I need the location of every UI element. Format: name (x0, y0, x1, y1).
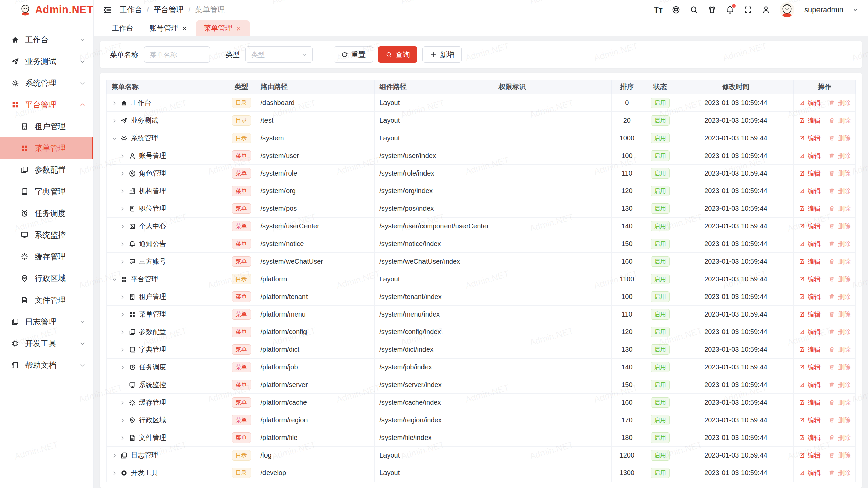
delete-button[interactable]: 删除 (829, 345, 851, 354)
tree-expand-icon[interactable] (120, 347, 125, 352)
close-icon[interactable] (182, 25, 188, 31)
delete-button[interactable]: 删除 (829, 222, 851, 231)
sidebar-item-系统监控[interactable]: 系统监控 (0, 224, 93, 246)
edit-button[interactable]: 编辑 (798, 469, 821, 477)
edit-button[interactable]: 编辑 (798, 151, 821, 160)
delete-button[interactable]: 删除 (829, 204, 851, 213)
delete-button[interactable]: 删除 (829, 310, 851, 319)
tab-菜单管理[interactable]: 菜单管理 (196, 20, 250, 36)
edit-button[interactable]: 编辑 (798, 222, 821, 231)
tree-expand-icon[interactable] (112, 452, 117, 458)
delete-button[interactable]: 删除 (829, 134, 851, 143)
user-avatar[interactable] (780, 2, 794, 17)
delete-button[interactable]: 删除 (829, 169, 851, 178)
tree-expand-icon[interactable] (120, 294, 125, 300)
sidebar-item-缓存管理[interactable]: 缓存管理 (0, 246, 93, 267)
edit-button[interactable]: 编辑 (798, 275, 821, 284)
delete-button[interactable]: 删除 (829, 116, 851, 125)
tab-账号管理[interactable]: 账号管理 (141, 20, 196, 36)
edit-button[interactable]: 编辑 (798, 240, 821, 248)
edit-button[interactable]: 编辑 (798, 451, 821, 460)
tree-expand-icon[interactable] (120, 400, 125, 405)
sidebar-item-帮助文档[interactable]: 帮助文档 (0, 354, 93, 376)
sidebar-item-开发工具[interactable]: 开发工具 (0, 332, 93, 354)
tree-expand-icon[interactable] (112, 100, 117, 106)
edit-button[interactable]: 编辑 (798, 204, 821, 213)
sidebar-item-菜单管理[interactable]: 菜单管理 (0, 137, 93, 159)
delete-button[interactable]: 删除 (829, 257, 851, 266)
delete-button[interactable]: 删除 (829, 99, 851, 107)
sidebar-item-任务调度[interactable]: 任务调度 (0, 202, 93, 224)
delete-button[interactable]: 删除 (829, 275, 851, 284)
edit-button[interactable]: 编辑 (798, 310, 821, 319)
tree-expand-icon[interactable] (120, 259, 125, 264)
delete-button[interactable]: 删除 (829, 469, 851, 477)
tree-expand-icon[interactable] (120, 311, 125, 317)
tree-expand-icon[interactable] (120, 435, 125, 441)
sidebar-item-文件管理[interactable]: 文件管理 (0, 289, 93, 311)
tree-expand-icon[interactable] (120, 153, 125, 159)
delete-button[interactable]: 删除 (829, 381, 851, 389)
tree-collapse-icon[interactable] (112, 276, 117, 282)
tree-expand-icon[interactable] (120, 223, 125, 229)
sidebar-item-字典管理[interactable]: 字典管理 (0, 181, 93, 202)
delete-button[interactable]: 删除 (829, 363, 851, 372)
tree-expand-icon[interactable] (120, 206, 125, 211)
delete-button[interactable]: 删除 (829, 240, 851, 248)
tree-expand-icon[interactable] (120, 188, 125, 194)
sidebar-item-租户管理[interactable]: 租户管理 (0, 116, 93, 137)
tree-collapse-icon[interactable] (112, 135, 117, 141)
menu-name-input[interactable] (144, 46, 210, 63)
edit-button[interactable]: 编辑 (798, 328, 821, 337)
font-size-icon[interactable]: Tт (654, 5, 663, 14)
profile-icon[interactable] (762, 5, 770, 14)
breadcrumb-item[interactable]: 平台管理 (154, 5, 183, 15)
notification-icon[interactable] (726, 5, 734, 14)
delete-button[interactable]: 删除 (829, 433, 851, 442)
search-icon[interactable] (690, 5, 698, 14)
sidebar-item-业务测试[interactable]: 业务测试 (0, 50, 93, 72)
type-select[interactable]: 类型 (245, 46, 313, 63)
delete-button[interactable]: 删除 (829, 416, 851, 425)
edit-button[interactable]: 编辑 (798, 187, 821, 196)
sidebar-item-行政区域[interactable]: 行政区域 (0, 267, 93, 289)
edit-button[interactable]: 编辑 (798, 99, 821, 107)
collapse-sidebar-icon[interactable] (103, 5, 112, 15)
tab-工作台[interactable]: 工作台 (104, 20, 141, 36)
sidebar-item-参数配置[interactable]: 参数配置 (0, 159, 93, 181)
delete-button[interactable]: 删除 (829, 398, 851, 407)
delete-button[interactable]: 删除 (829, 187, 851, 196)
username[interactable]: superadmin (804, 5, 843, 14)
close-icon[interactable] (236, 25, 242, 31)
add-button[interactable]: 新增 (422, 46, 462, 63)
edit-button[interactable]: 编辑 (798, 381, 821, 389)
breadcrumb-item[interactable]: 菜单管理 (195, 5, 225, 15)
edit-button[interactable]: 编辑 (798, 363, 821, 372)
fullscreen-icon[interactable] (744, 5, 752, 14)
edit-button[interactable]: 编辑 (798, 134, 821, 143)
tree-expand-icon[interactable] (120, 170, 125, 176)
edit-button[interactable]: 编辑 (798, 398, 821, 407)
tree-expand-icon[interactable] (120, 417, 125, 423)
sidebar-item-系统管理[interactable]: 系统管理 (0, 72, 93, 94)
tree-expand-icon[interactable] (112, 470, 117, 476)
search-button[interactable]: 查询 (378, 46, 417, 63)
edit-button[interactable]: 编辑 (798, 116, 821, 125)
language-icon[interactable] (672, 5, 680, 14)
edit-button[interactable]: 编辑 (798, 433, 821, 442)
tree-expand-icon[interactable] (112, 118, 117, 123)
delete-button[interactable]: 删除 (829, 451, 851, 460)
edit-button[interactable]: 编辑 (798, 345, 821, 354)
edit-button[interactable]: 编辑 (798, 292, 821, 301)
edit-button[interactable]: 编辑 (798, 169, 821, 178)
tree-expand-icon[interactable] (120, 364, 125, 370)
edit-button[interactable]: 编辑 (798, 416, 821, 425)
chevron-down-icon[interactable] (852, 7, 859, 13)
delete-button[interactable]: 删除 (829, 151, 851, 160)
breadcrumb-item[interactable]: 工作台 (120, 5, 142, 15)
tree-expand-icon[interactable] (120, 329, 125, 335)
theme-icon[interactable] (708, 5, 716, 14)
delete-button[interactable]: 删除 (829, 328, 851, 337)
sidebar-item-平台管理[interactable]: 平台管理 (0, 94, 93, 116)
sidebar-item-日志管理[interactable]: 日志管理 (0, 311, 93, 332)
